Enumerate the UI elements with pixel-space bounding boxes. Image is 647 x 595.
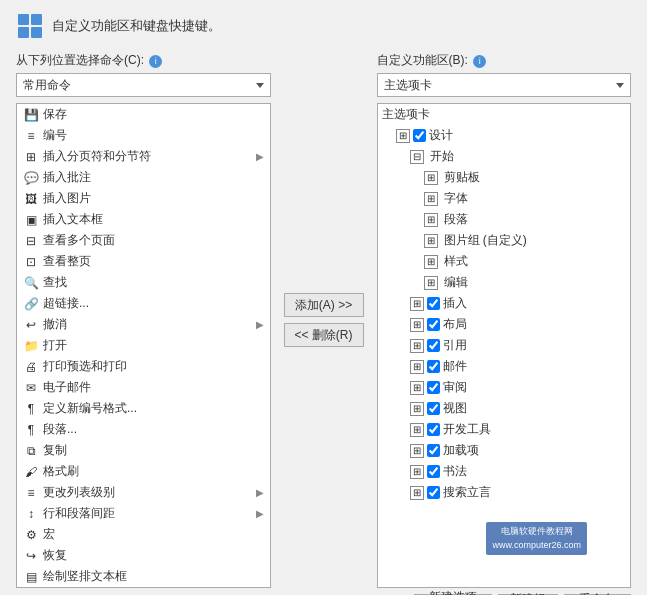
- tree-expander[interactable]: ⊞: [410, 402, 424, 416]
- tree-leaf-label: 图片组 (自定义): [444, 232, 527, 249]
- list-item[interactable]: ✉电子邮件: [17, 377, 270, 398]
- tree-checkbox[interactable]: [427, 402, 440, 415]
- list-item-icon: 📁: [23, 338, 39, 354]
- list-item[interactable]: ▣插入文本框: [17, 209, 270, 230]
- list-item-text: 保存: [43, 106, 67, 123]
- list-item[interactable]: ↪恢复: [17, 545, 270, 566]
- list-item[interactable]: 🖼插入图片: [17, 188, 270, 209]
- tree-item[interactable]: ⊞设计: [378, 125, 631, 146]
- list-item[interactable]: ≡编号: [17, 125, 270, 146]
- list-item-text: 复制: [43, 442, 67, 459]
- list-item-icon: ¶: [23, 422, 39, 438]
- tree-item[interactable]: ⊞布局: [378, 314, 631, 335]
- tree-item[interactable]: ⊞搜索立言: [378, 482, 631, 503]
- list-item-text: 查找: [43, 274, 67, 291]
- tree-expander[interactable]: ⊞: [396, 129, 410, 143]
- tree-expander[interactable]: ⊞: [424, 171, 438, 185]
- left-dropdown[interactable]: 常用命令 所有命令 宏: [16, 73, 271, 97]
- left-panel-label: 从下列位置选择命令(C): i: [16, 52, 271, 69]
- tree-expander[interactable]: ⊞: [424, 276, 438, 290]
- list-item-text: 查看多个页面: [43, 232, 115, 249]
- list-item[interactable]: ¶段落...: [17, 419, 270, 440]
- tree-checkbox[interactable]: [413, 129, 426, 142]
- tree-expander[interactable]: ⊞: [410, 423, 424, 437]
- tree-leaf-label: 编辑: [444, 274, 468, 291]
- dialog-header: 自定义功能区和键盘快捷键。: [16, 12, 631, 40]
- list-item[interactable]: ⊟查看多个页面: [17, 230, 270, 251]
- left-info-icon[interactable]: i: [149, 55, 162, 68]
- list-item-icon: ▤: [23, 569, 39, 585]
- list-item[interactable]: 💾保存: [17, 104, 270, 125]
- list-item-text: 绘制竖排文本框: [43, 568, 127, 585]
- tree-item[interactable]: ⊞引用: [378, 335, 631, 356]
- right-dropdown[interactable]: 主选项卡 工具选项卡 所有选项卡: [377, 73, 632, 97]
- list-item[interactable]: ⊡查看整页: [17, 251, 270, 272]
- right-tree-box[interactable]: 主选项卡⊞设计⊟开始⊞剪贴板⊞字体⊞段落⊞图片组 (自定义)⊞样式⊞编辑⊞插入⊞…: [377, 103, 632, 588]
- list-item[interactable]: ⚙宏: [17, 524, 270, 545]
- tree-item[interactable]: ⊞书法: [378, 461, 631, 482]
- tree-item[interactable]: ⊞视图: [378, 398, 631, 419]
- list-item[interactable]: 🖌格式刷: [17, 461, 270, 482]
- tree-item[interactable]: ⊞插入: [378, 293, 631, 314]
- tree-item[interactable]: ⊞样式: [378, 251, 631, 272]
- tree-item[interactable]: ⊞邮件: [378, 356, 631, 377]
- left-list-box[interactable]: 💾保存≡编号⊞插入分页符和分节符▶💬插入批注🖼插入图片▣插入文本框⊟查看多个页面…: [16, 103, 271, 588]
- tree-expander[interactable]: ⊞: [410, 360, 424, 374]
- list-item-icon: 🖌: [23, 464, 39, 480]
- tree-item[interactable]: 主选项卡: [378, 104, 631, 125]
- list-item-text: 编号: [43, 127, 67, 144]
- tree-expander[interactable]: ⊞: [410, 381, 424, 395]
- tree-checkbox[interactable]: [427, 486, 440, 499]
- list-item[interactable]: ¶定义新编号格式...: [17, 398, 270, 419]
- tree-expander[interactable]: ⊞: [410, 318, 424, 332]
- list-item-text: 恢复: [43, 547, 67, 564]
- tree-checkbox[interactable]: [427, 465, 440, 478]
- tree-item[interactable]: ⊟开始: [378, 146, 631, 167]
- list-item[interactable]: 💬插入批注: [17, 167, 270, 188]
- list-item[interactable]: 🔗超链接...: [17, 293, 270, 314]
- list-item[interactable]: ▤绘制竖排文本框: [17, 566, 270, 587]
- tree-item[interactable]: ⊞图片组 (自定义): [378, 230, 631, 251]
- tree-item[interactable]: ⊞编辑: [378, 272, 631, 293]
- tree-item[interactable]: ⊞加载项: [378, 440, 631, 461]
- tree-checkbox[interactable]: [427, 297, 440, 310]
- list-item[interactable]: ↩撤消▶: [17, 314, 270, 335]
- tree-leaf-label: 段落: [444, 211, 468, 228]
- tree-expander[interactable]: ⊞: [410, 465, 424, 479]
- tree-item[interactable]: ⊞剪贴板: [378, 167, 631, 188]
- remove-button[interactable]: << 删除(R): [284, 323, 364, 347]
- tree-expander[interactable]: ⊞: [410, 339, 424, 353]
- tree-item[interactable]: ⊞字体: [378, 188, 631, 209]
- tree-checkbox[interactable]: [427, 381, 440, 394]
- tree-expander[interactable]: ⊞: [424, 234, 438, 248]
- list-item[interactable]: ⧉复制: [17, 440, 270, 461]
- list-item-icon: ≡: [23, 128, 39, 144]
- list-item[interactable]: ≡更改列表级别▶: [17, 482, 270, 503]
- right-info-icon[interactable]: i: [473, 55, 486, 68]
- tree-checkbox[interactable]: [427, 423, 440, 436]
- tree-expander[interactable]: ⊞: [424, 192, 438, 206]
- tree-checkbox[interactable]: [427, 444, 440, 457]
- tree-item[interactable]: ⊞审阅: [378, 377, 631, 398]
- list-item[interactable]: 🖨打印预选和打印: [17, 356, 270, 377]
- list-item[interactable]: ⊞插入分页符和分节符▶: [17, 146, 270, 167]
- tree-expander[interactable]: ⊞: [410, 486, 424, 500]
- tree-item[interactable]: ⊞开发工具: [378, 419, 631, 440]
- tree-expander[interactable]: ⊞: [410, 297, 424, 311]
- add-button[interactable]: 添加(A) >>: [284, 293, 364, 317]
- list-item[interactable]: 🔍查找: [17, 272, 270, 293]
- list-item[interactable]: ↕行和段落间距▶: [17, 503, 270, 524]
- tree-expander[interactable]: ⊞: [424, 213, 438, 227]
- list-item[interactable]: 📁打开: [17, 335, 270, 356]
- list-item-icon: ↕: [23, 506, 39, 522]
- tree-item[interactable]: ⊞段落: [378, 209, 631, 230]
- tree-checkbox[interactable]: [427, 318, 440, 331]
- svg-rect-0: [18, 14, 29, 25]
- tree-expander[interactable]: ⊞: [410, 444, 424, 458]
- tree-checkbox[interactable]: [427, 339, 440, 352]
- tree-checkbox[interactable]: [427, 360, 440, 373]
- tree-leaf-label: 剪贴板: [444, 169, 480, 186]
- tree-expander[interactable]: ⊟: [410, 150, 424, 164]
- list-item-text: 格式刷: [43, 463, 79, 480]
- tree-expander[interactable]: ⊞: [424, 255, 438, 269]
